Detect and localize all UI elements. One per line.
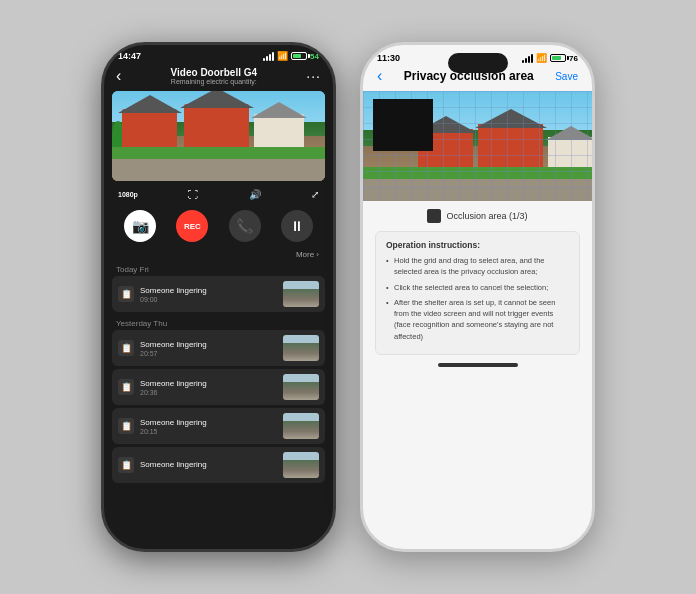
event-icon: 📋 bbox=[118, 286, 134, 302]
subtitle: Remaining electric quantity: bbox=[121, 78, 306, 85]
home-indicator bbox=[438, 363, 518, 367]
occlusion-label: Occlusion area (1/3) bbox=[446, 211, 527, 221]
back-button-white[interactable]: ‹ bbox=[377, 67, 382, 85]
notch bbox=[184, 45, 254, 59]
expand-icon[interactable]: ⤢ bbox=[311, 189, 319, 200]
event-thumb bbox=[283, 452, 319, 478]
event-icon: 📋 bbox=[118, 379, 134, 395]
controls-bar: 1080p ⛶ 🔊 ⤢ bbox=[104, 185, 333, 204]
event-title: Someone lingering bbox=[140, 286, 277, 295]
fullscreen-icon[interactable]: ⛶ bbox=[188, 189, 198, 200]
battery-pct-white: 76 bbox=[569, 54, 578, 63]
event-thumb bbox=[283, 335, 319, 361]
table-row[interactable]: 📋 Someone lingering 20:36 bbox=[112, 369, 325, 405]
table-row[interactable]: 📋 Someone lingering 20:57 bbox=[112, 330, 325, 366]
left-phone: 14:47 📶 54 ‹ Video Doorbell G4 Remaining… bbox=[101, 42, 336, 552]
table-row[interactable]: 📋 Someone lingering 09:00 bbox=[112, 276, 325, 312]
table-row[interactable]: 📋 Someone lingering 20:15 bbox=[112, 408, 325, 444]
signal-icon bbox=[522, 54, 533, 63]
event-title: Someone lingering bbox=[140, 340, 277, 349]
save-button[interactable]: Save bbox=[555, 71, 578, 82]
list-item: Click the selected area to cancel the se… bbox=[386, 282, 569, 293]
call-button[interactable]: 📞 bbox=[229, 210, 261, 242]
time-left: 14:47 bbox=[118, 51, 141, 61]
battery-icon bbox=[291, 52, 307, 60]
action-bar: 📷 REC 📞 ⏸ bbox=[104, 204, 333, 248]
instructions-box: Operation instructions: Hold the grid an… bbox=[375, 231, 580, 355]
event-time: 20:57 bbox=[140, 350, 277, 357]
occlusion-label-row: Occlusion area (1/3) bbox=[363, 201, 592, 227]
events-section: Today Fri 📋 Someone lingering 09:00 Yest… bbox=[104, 261, 333, 483]
occlusion-block[interactable] bbox=[373, 99, 433, 151]
event-time: 20:15 bbox=[140, 428, 277, 435]
time-right: 11:30 bbox=[377, 53, 400, 63]
pause-button[interactable]: ⏸ bbox=[281, 210, 313, 242]
table-row[interactable]: 📋 Someone lingering bbox=[112, 447, 325, 483]
more-link[interactable]: More › bbox=[104, 248, 333, 261]
list-item: Hold the grid and drag to select area, a… bbox=[386, 255, 569, 278]
resolution-label: 1080p bbox=[118, 191, 138, 198]
camera-view bbox=[363, 91, 592, 201]
event-thumb bbox=[283, 413, 319, 439]
app-header: ‹ Video Doorbell G4 Remaining electric q… bbox=[104, 63, 333, 87]
battery-icon-white bbox=[550, 54, 566, 62]
more-button[interactable]: ··· bbox=[306, 68, 321, 84]
wifi-icon-white: 📶 bbox=[536, 53, 547, 63]
list-item: After the shelter area is set up, it can… bbox=[386, 297, 569, 342]
battery-pct: 54 bbox=[310, 52, 319, 61]
event-time: 20:36 bbox=[140, 389, 277, 396]
occlusion-swatch bbox=[427, 209, 441, 223]
event-time: 09:00 bbox=[140, 296, 277, 303]
wifi-icon: 📶 bbox=[277, 51, 288, 61]
event-title: Someone lingering bbox=[140, 379, 277, 388]
yesterday-label: Yesterday Thu bbox=[112, 315, 325, 330]
instructions-title: Operation instructions: bbox=[386, 240, 569, 250]
camera-feed bbox=[112, 91, 325, 181]
device-title: Video Doorbell G4 bbox=[121, 67, 306, 78]
record-button[interactable]: REC bbox=[176, 210, 208, 242]
signal-icon bbox=[263, 52, 274, 61]
event-title: Someone lingering bbox=[140, 418, 277, 427]
camera-button[interactable]: 📷 bbox=[124, 210, 156, 242]
today-label: Today Fri bbox=[112, 261, 325, 276]
volume-icon[interactable]: 🔊 bbox=[249, 189, 261, 200]
dynamic-island bbox=[448, 53, 508, 73]
event-thumb bbox=[283, 281, 319, 307]
event-icon: 📋 bbox=[118, 457, 134, 473]
event-thumb bbox=[283, 374, 319, 400]
event-icon: 📋 bbox=[118, 418, 134, 434]
event-icon: 📋 bbox=[118, 340, 134, 356]
right-phone: 11:30 📶 76 ‹ Privacy occlusion area Save bbox=[360, 42, 595, 552]
event-title: Someone lingering bbox=[140, 460, 277, 469]
